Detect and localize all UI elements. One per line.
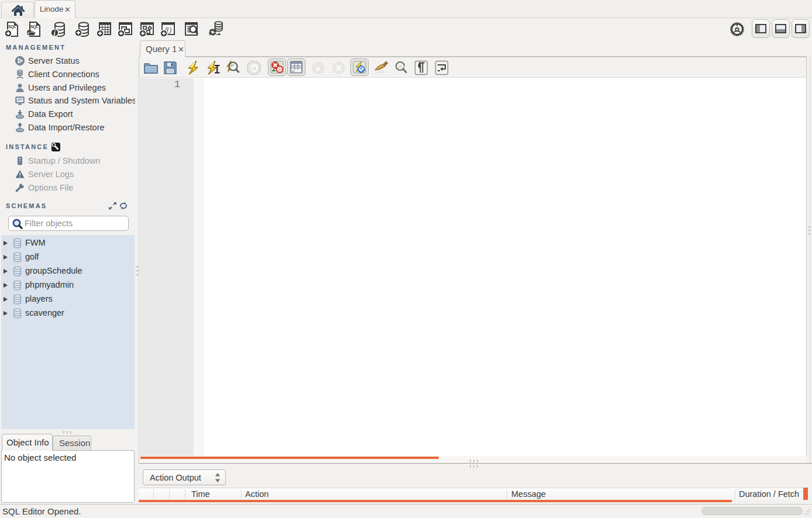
svg-text:A: A <box>398 64 402 70</box>
svg-text:SQL: SQL <box>8 25 17 29</box>
svg-text:SQL: SQL <box>30 25 39 29</box>
